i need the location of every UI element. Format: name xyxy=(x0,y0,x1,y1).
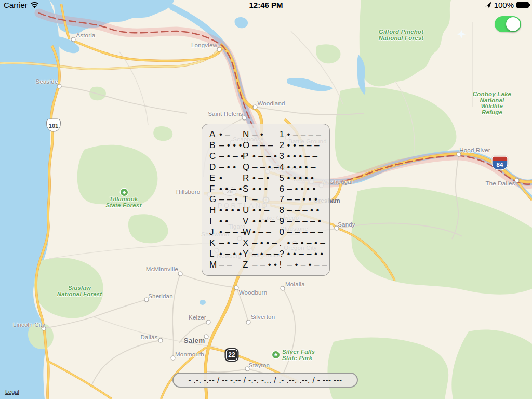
morse-code: – • – • xyxy=(219,151,244,162)
morse-message-bar: - .-. -.-- / -- -.-- / -.-. -... / .- .-… xyxy=(172,373,358,388)
morse-character: T xyxy=(243,194,252,205)
morse-code: • – • • xyxy=(219,249,243,259)
morse-character: M xyxy=(209,260,219,270)
morse-code: • • • – – xyxy=(287,151,318,162)
morse-code: – • – – xyxy=(252,249,280,259)
morse-character: Z xyxy=(243,260,252,270)
morse-character: G xyxy=(209,194,219,205)
morse-row-q: Q– – • – xyxy=(243,162,280,173)
morse-row-e: E• xyxy=(209,172,243,183)
morse-row-k: K– • – xyxy=(209,237,243,248)
morse-character: U xyxy=(243,205,252,216)
status-bar: Carrier 12:46 PM 100% xyxy=(0,0,532,11)
morse-row-4: 4• • • • – xyxy=(280,162,328,173)
morse-row-b: B– • • • xyxy=(209,140,243,151)
morse-character: 8 xyxy=(280,205,287,216)
morse-code: – • – xyxy=(219,238,238,248)
morse-code: – – • – xyxy=(252,162,280,172)
morse-row-t: T– xyxy=(243,194,280,205)
morse-character: O xyxy=(243,140,252,151)
morse-row-l: L• – • • xyxy=(209,248,243,259)
morse-row-u: U• • – xyxy=(243,205,280,216)
morse-character: ? xyxy=(280,249,287,259)
morse-code: • • – xyxy=(252,205,270,216)
morse-character: K xyxy=(209,238,219,248)
clock: 12:46 PM xyxy=(0,1,532,9)
morse-message-text: - .-. -.-- / -- -.-- / -.-. -... / .- .-… xyxy=(188,376,342,384)
morse-character: X xyxy=(243,238,252,248)
morse-code: – – – xyxy=(252,140,273,151)
morse-code: – – • • xyxy=(252,260,277,270)
morse-code: • • xyxy=(219,216,229,227)
morse-code: – – – • • xyxy=(287,205,320,216)
morse-code: – – – – • xyxy=(287,216,322,227)
morse-row-d: D– • • xyxy=(209,162,243,173)
overlay-toggle-switch[interactable] xyxy=(495,16,521,32)
maps-app-screen: 101268422♣♣ AstoriaSeasideLongviewWoodla… xyxy=(0,0,532,399)
morse-code: • • – – – xyxy=(287,140,320,151)
morse-row-h: H• • • • xyxy=(209,205,243,216)
morse-row-v: V• • • – xyxy=(243,216,280,227)
morse-row-r: R• – • xyxy=(243,172,280,183)
morse-character: C xyxy=(209,151,219,162)
morse-code: – • • – xyxy=(252,238,277,248)
morse-row-: ?• • – – • • xyxy=(280,248,328,259)
morse-character: 4 xyxy=(280,162,287,172)
morse-row-g: G– – • xyxy=(209,194,243,205)
battery-icon xyxy=(516,2,529,8)
morse-code: – • – • – – xyxy=(287,260,328,270)
morse-code: • – • – • – xyxy=(287,238,326,248)
morse-character: 9 xyxy=(280,216,287,227)
morse-code: – – • xyxy=(219,194,238,205)
morse-row-j: J• – – – xyxy=(209,227,243,238)
location-arrow-icon xyxy=(485,2,491,8)
morse-character: E xyxy=(209,173,219,183)
morse-character: 5 xyxy=(280,173,287,183)
morse-row-o: O– – – xyxy=(243,140,280,151)
battery-percent: 100% xyxy=(494,1,514,9)
morse-row-1: 1• – – – – xyxy=(280,129,328,140)
morse-code: • • • • – xyxy=(287,162,316,172)
morse-character: 6 xyxy=(280,184,287,194)
morse-character: Y xyxy=(243,249,252,259)
morse-code: • • • xyxy=(252,184,268,194)
morse-row-5: 5• • • • • xyxy=(280,172,328,183)
morse-code: – • • • • xyxy=(287,184,316,194)
morse-code: • • • • • xyxy=(287,173,314,183)
morse-code: – • • xyxy=(219,162,236,172)
morse-row-y: Y– • – – xyxy=(243,248,280,259)
morse-code: • • • – xyxy=(252,216,276,227)
morse-character: 3 xyxy=(280,151,287,162)
morse-code: • xyxy=(219,173,223,183)
morse-row-x: X– • • – xyxy=(243,237,280,248)
legal-link[interactable]: Legal xyxy=(5,389,19,395)
morse-row-: !– • – • – – xyxy=(280,259,328,270)
morse-character: 1 xyxy=(280,129,287,140)
morse-code: • – – – – xyxy=(287,129,322,140)
morse-row-c: C– • – • xyxy=(209,151,243,162)
morse-code: • • • • xyxy=(219,205,241,216)
morse-character: . xyxy=(280,238,287,248)
morse-character: R xyxy=(243,173,252,183)
morse-row-0: 0– – – – – xyxy=(280,227,328,238)
morse-code: • – – – xyxy=(219,227,246,237)
morse-code: • – – xyxy=(252,227,272,237)
morse-character: P xyxy=(243,151,252,162)
morse-code: – xyxy=(252,194,258,205)
morse-character: S xyxy=(243,184,252,194)
morse-row-3: 3• • • – – xyxy=(280,151,328,162)
morse-row-8: 8– – – • • xyxy=(280,205,328,216)
morse-code: – – • • • xyxy=(287,194,318,205)
morse-character: Q xyxy=(243,162,252,172)
morse-row-z: Z– – • • xyxy=(243,259,280,270)
morse-row-6: 6– • • • • xyxy=(280,183,328,194)
morse-column: 1• – – – –2• • – – –3• • • – –4• • • • –… xyxy=(280,129,328,270)
morse-row-p: P• – – • xyxy=(243,151,280,162)
morse-code: – • xyxy=(252,129,264,140)
morse-row-w: W• – – xyxy=(243,227,280,238)
morse-row-s: S• • • xyxy=(243,183,280,194)
morse-character: W xyxy=(243,227,252,237)
morse-row-n: N– • xyxy=(243,129,280,140)
morse-character: V xyxy=(243,216,252,227)
morse-row-i: I• • xyxy=(209,216,243,227)
